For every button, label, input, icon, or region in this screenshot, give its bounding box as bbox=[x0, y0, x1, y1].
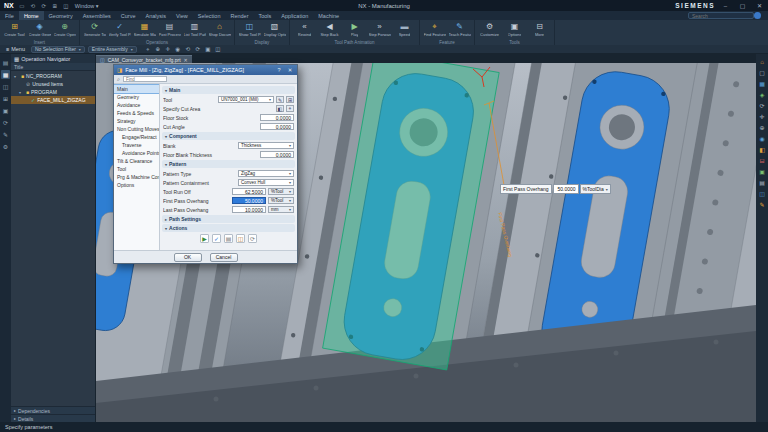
tool-run-off-input[interactable]: 62.5000 bbox=[232, 188, 266, 195]
ribbon-tab[interactable]: Assemblies bbox=[78, 11, 116, 20]
ok-button[interactable]: OK bbox=[174, 253, 202, 262]
generate-action-icon[interactable]: ▶ bbox=[200, 234, 209, 243]
grid-icon[interactable]: ▣ bbox=[204, 45, 212, 53]
ribbon-tab[interactable]: File bbox=[0, 11, 19, 20]
step-forward-button[interactable]: »Step Forward bbox=[368, 20, 391, 40]
onscreen-unit-dropdown[interactable]: %ToolDia bbox=[580, 184, 611, 194]
first-pass-overhang-unit-dropdown[interactable]: %Tool bbox=[268, 197, 294, 204]
show-tool-path-button[interactable]: ◫Show Tool Path bbox=[238, 20, 261, 40]
dialog-nav-item[interactable]: Feeds & Speeds bbox=[114, 109, 159, 117]
section-pattern[interactable]: Pattern bbox=[162, 160, 295, 168]
tool-dropdown[interactable]: UN7000_001 (Mill) bbox=[218, 96, 274, 103]
display-cut-area-button[interactable]: ⌖ bbox=[286, 105, 294, 112]
assembly-navigator-icon[interactable]: ▤ bbox=[1, 58, 10, 67]
selection-scope-dropdown[interactable]: Entire Assembly bbox=[88, 46, 137, 53]
create-operation-button[interactable]: ⊕Create Operation bbox=[53, 20, 76, 40]
generate-tool-path-button[interactable]: ⟳Generate Tool Path bbox=[83, 20, 106, 40]
ribbon-tab[interactable]: Tools bbox=[254, 11, 277, 20]
tree-expander[interactable]: ▾ bbox=[19, 90, 24, 95]
window-icon[interactable]: ▤ bbox=[758, 178, 767, 187]
tree-row[interactable]: ▾ ■ NC_PROGRAM bbox=[11, 72, 95, 80]
more-tools-button[interactable]: ⊟More bbox=[528, 20, 551, 40]
ribbon-tab[interactable]: Home bbox=[19, 11, 44, 20]
dialog-nav-item[interactable]: Engage/Retract bbox=[114, 133, 159, 141]
post-process-button[interactable]: ▤Post Process bbox=[158, 20, 181, 40]
blank-dropdown[interactable]: Thickness bbox=[238, 142, 294, 149]
notes-icon[interactable]: ✎ bbox=[1, 130, 10, 139]
speed-slider[interactable]: ▬Speed bbox=[393, 20, 416, 40]
teach-feature-button[interactable]: ✎Teach Feature bbox=[448, 20, 471, 40]
dialog-help-icon[interactable]: ? bbox=[275, 67, 283, 73]
dialog-nav-item[interactable]: Strategy bbox=[114, 117, 159, 125]
navigator-section-bar[interactable]: Details bbox=[11, 414, 95, 422]
replay-action-icon[interactable]: ⟳ bbox=[248, 234, 257, 243]
ribbon-tab[interactable]: Analysis bbox=[141, 11, 171, 20]
tree-row[interactable]: ⊘ Unused Items bbox=[11, 80, 95, 88]
ribbon-tab[interactable]: Render bbox=[225, 11, 253, 20]
window-menu-button[interactable]: Window ▾ bbox=[75, 3, 99, 9]
list-tool-path-button[interactable]: ▥List Tool Path bbox=[183, 20, 206, 40]
new-tool-button[interactable]: ⊞ bbox=[286, 96, 294, 103]
cancel-button[interactable]: Cancel bbox=[210, 253, 238, 262]
front-view-icon[interactable]: ▦ bbox=[758, 79, 767, 88]
undo-icon[interactable]: ⟲ bbox=[29, 3, 37, 9]
dialog-nav-item[interactable]: Prg & Machine Control bbox=[114, 173, 159, 181]
maximize-button[interactable]: ▢ bbox=[736, 0, 749, 11]
ribbon-tab[interactable]: Application bbox=[276, 11, 313, 20]
section-actions[interactable]: Actions bbox=[162, 224, 295, 232]
ribbon-tab[interactable]: Geometry bbox=[44, 11, 78, 20]
create-geometry-button[interactable]: ◈Create Geometry bbox=[28, 20, 51, 40]
dialog-nav-item[interactable]: Geometry bbox=[114, 93, 159, 101]
section-main[interactable]: Main bbox=[162, 86, 295, 94]
window-split-icon[interactable]: ◫ bbox=[214, 45, 222, 53]
part-view-tab[interactable]: ◫ CAM_Conveyor_bracket_mfg.prt ✕ bbox=[96, 55, 192, 63]
simulate-action-icon[interactable]: ◫ bbox=[236, 234, 245, 243]
navigator-column-header[interactable]: Title bbox=[11, 63, 95, 71]
perspective-icon[interactable]: ◉ bbox=[758, 134, 767, 143]
rewind-button[interactable]: «Rewind bbox=[293, 20, 316, 40]
tree-expander[interactable]: ▾ bbox=[14, 74, 19, 79]
navigator-section-bar[interactable]: Dependencies bbox=[11, 406, 95, 414]
pattern-containment-dropdown[interactable]: Convex Hull bbox=[238, 179, 294, 186]
edit-tool-button[interactable]: ✎ bbox=[276, 96, 284, 103]
display-options-button[interactable]: ▧Display Options bbox=[263, 20, 286, 40]
sphere-select-icon[interactable]: ◉ bbox=[174, 45, 182, 53]
snap-point-icon[interactable]: ⊕ bbox=[154, 45, 162, 53]
create-tool-button[interactable]: ⊞Create Tool bbox=[3, 20, 26, 40]
tree-row[interactable]: ✓ FACE_MILL_ZIGZAG bbox=[11, 96, 95, 104]
pan-view-icon[interactable]: ✛ bbox=[758, 112, 767, 121]
tab-close-icon[interactable]: ✕ bbox=[184, 57, 188, 63]
render-style-icon[interactable]: ◧ bbox=[758, 145, 767, 154]
floor-blank-input[interactable]: 0.0000 bbox=[260, 151, 294, 158]
customize-button[interactable]: ⚙Customize bbox=[478, 20, 501, 40]
copy-icon[interactable]: ⊞ bbox=[51, 3, 59, 9]
ribbon-tab[interactable]: Selection bbox=[193, 11, 226, 20]
ribbon-tab[interactable]: View bbox=[171, 11, 193, 20]
step-back-button[interactable]: ◀Step Back bbox=[318, 20, 341, 40]
command-search-input[interactable] bbox=[688, 12, 754, 19]
dialog-nav-item[interactable]: Traverse bbox=[114, 141, 159, 149]
undo-small-icon[interactable]: ⟲ bbox=[184, 45, 192, 53]
paste-icon[interactable]: ◫ bbox=[62, 3, 70, 9]
ribbon-tab[interactable]: Machine bbox=[313, 11, 344, 20]
orient-view-icon[interactable]: ◈ bbox=[758, 90, 767, 99]
select-point-icon[interactable]: ⌖ bbox=[144, 45, 152, 53]
home-view-icon[interactable]: ⌂ bbox=[758, 57, 767, 66]
dialog-nav-item[interactable]: Avoidance bbox=[114, 101, 159, 109]
rotate-view-icon[interactable]: ⟳ bbox=[758, 101, 767, 110]
fit-view-icon[interactable]: ▢ bbox=[758, 68, 767, 77]
dialog-title-bar[interactable]: ◨ Face Mill - [Zig, ZigZag] - [FACE_MILL… bbox=[114, 65, 297, 75]
dialog-nav-item[interactable]: Avoidance Points bbox=[114, 149, 159, 157]
roles-icon[interactable]: ⚙ bbox=[1, 142, 10, 151]
last-pass-overhang-unit-dropdown[interactable]: mm bbox=[268, 206, 294, 213]
annotation-icon[interactable]: ✎ bbox=[758, 200, 767, 209]
find-input[interactable]: Find bbox=[123, 76, 167, 82]
reuse-library-icon[interactable]: ⊞ bbox=[1, 94, 10, 103]
verify-action-icon[interactable]: ✓ bbox=[212, 234, 221, 243]
wcs-icon[interactable]: ✛ bbox=[164, 45, 172, 53]
dialog-nav-item[interactable]: Options bbox=[114, 181, 159, 189]
select-cut-area-button[interactable]: ◧ bbox=[276, 105, 284, 112]
redo-small-icon[interactable]: ⟳ bbox=[194, 45, 202, 53]
section-component[interactable]: Component bbox=[162, 132, 295, 140]
close-button[interactable]: ✕ bbox=[753, 0, 766, 11]
